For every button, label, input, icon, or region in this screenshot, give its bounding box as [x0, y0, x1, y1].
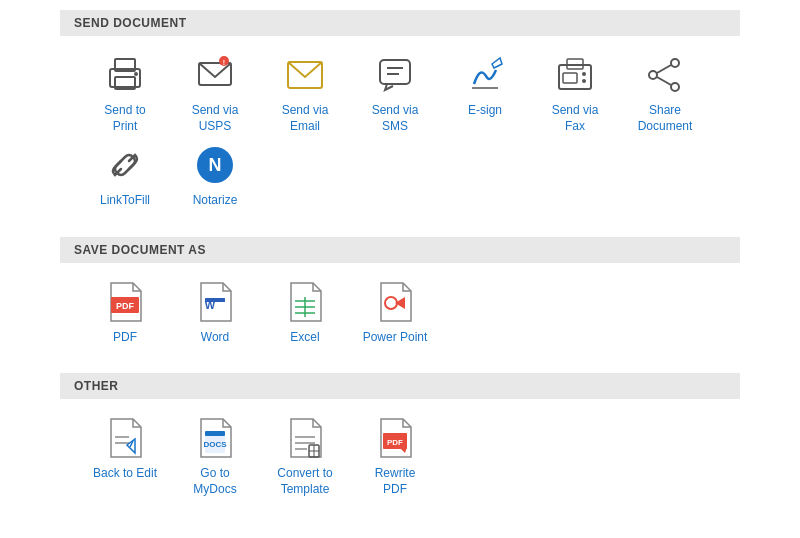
convert-to-template-label: Convert toTemplate — [277, 466, 332, 497]
rewrite-pdf-label: RewritePDF — [375, 466, 416, 497]
send-via-sms-button[interactable]: Send viaSMS — [350, 52, 440, 134]
powerpoint-icon — [372, 279, 418, 325]
svg-text:!: ! — [223, 59, 225, 66]
pdf-label: PDF — [113, 330, 137, 346]
excel-icon — [282, 279, 328, 325]
pdf-icon: PDF — [102, 279, 148, 325]
save-document-section: SAVE DOCUMENT AS PDF PDF — [60, 237, 740, 364]
link-to-fill-label: LinkToFill — [100, 193, 150, 209]
svg-text:PDF: PDF — [387, 438, 403, 447]
svg-point-17 — [671, 59, 679, 67]
go-to-mydocs-label: Go toMyDocs — [193, 466, 236, 497]
pdf-button[interactable]: PDF PDF — [80, 279, 170, 346]
svg-point-16 — [582, 79, 586, 83]
svg-text:PDF: PDF — [116, 301, 135, 311]
rewritepdf-icon: PDF — [372, 415, 418, 461]
svg-point-18 — [649, 71, 657, 79]
link-to-fill-button[interactable]: LinkToFill — [80, 142, 170, 209]
share-document-button[interactable]: ShareDocument — [620, 52, 710, 134]
other-header: OTHER — [60, 373, 740, 399]
e-sign-button[interactable]: E-sign — [440, 52, 530, 134]
word-label: Word — [201, 330, 229, 346]
powerpoint-button[interactable]: Power Point — [350, 279, 440, 346]
share-icon — [642, 52, 688, 98]
notarize-button[interactable]: N Notarize — [170, 142, 260, 209]
send-via-fax-button[interactable]: Send viaFax — [530, 52, 620, 134]
svg-rect-8 — [380, 60, 410, 84]
share-document-label: ShareDocument — [638, 103, 693, 134]
fax-icon — [552, 52, 598, 98]
sms-icon — [372, 52, 418, 98]
send-document-grid: Send toPrint ! Send viaUSPS — [60, 46, 740, 227]
send-via-sms-label: Send viaSMS — [372, 103, 419, 134]
svg-text:W: W — [205, 299, 216, 311]
back-to-edit-button[interactable]: Back to Edit — [80, 415, 170, 497]
link-icon — [102, 142, 148, 188]
svg-rect-14 — [563, 73, 577, 83]
word-icon: W — [192, 279, 238, 325]
powerpoint-label: Power Point — [363, 330, 428, 346]
svg-line-21 — [657, 77, 671, 85]
send-document-section: SEND DOCUMENT Send toPrint — [60, 10, 740, 227]
excel-button[interactable]: Excel — [260, 279, 350, 346]
email-icon — [282, 52, 328, 98]
send-via-usps-button[interactable]: ! Send viaUSPS — [170, 52, 260, 134]
back-to-edit-label: Back to Edit — [93, 466, 157, 482]
convert-to-template-button[interactable]: Convert toTemplate — [260, 415, 350, 497]
rewrite-pdf-button[interactable]: PDF RewritePDF — [350, 415, 440, 497]
save-document-header: SAVE DOCUMENT AS — [60, 237, 740, 263]
print-icon — [102, 52, 148, 98]
e-sign-label: E-sign — [468, 103, 502, 119]
svg-text:N: N — [209, 155, 222, 175]
svg-point-19 — [671, 83, 679, 91]
mydocs-icon: DOCS — [192, 415, 238, 461]
send-to-print-label: Send toPrint — [104, 103, 145, 134]
svg-point-3 — [134, 72, 138, 76]
send-via-usps-label: Send viaUSPS — [192, 103, 239, 134]
other-section: OTHER Back to Edit — [60, 373, 740, 515]
excel-label: Excel — [290, 330, 319, 346]
send-to-print-button[interactable]: Send toPrint — [80, 52, 170, 134]
svg-text:DOCS: DOCS — [203, 440, 227, 449]
notarize-icon: N — [192, 142, 238, 188]
svg-point-15 — [582, 72, 586, 76]
go-to-mydocs-button[interactable]: DOCS Go toMyDocs — [170, 415, 260, 497]
template-icon — [282, 415, 328, 461]
svg-line-20 — [657, 65, 671, 73]
save-document-grid: PDF PDF W Word — [60, 273, 740, 364]
svg-rect-37 — [205, 431, 225, 436]
notarize-label: Notarize — [193, 193, 238, 209]
send-via-fax-label: Send viaFax — [552, 103, 599, 134]
esign-icon — [462, 52, 508, 98]
page-container: SEND DOCUMENT Send toPrint — [0, 0, 800, 538]
send-document-header: SEND DOCUMENT — [60, 10, 740, 36]
word-button[interactable]: W Word — [170, 279, 260, 346]
other-grid: Back to Edit DOCS Go toMyDocs — [60, 409, 740, 515]
send-via-email-label: Send viaEmail — [282, 103, 329, 134]
usps-icon: ! — [192, 52, 238, 98]
send-via-email-button[interactable]: Send viaEmail — [260, 52, 350, 134]
backedit-icon — [102, 415, 148, 461]
